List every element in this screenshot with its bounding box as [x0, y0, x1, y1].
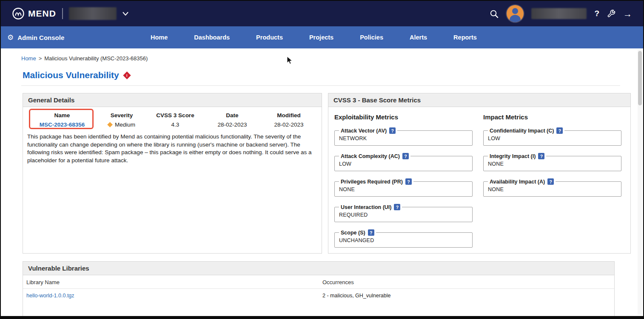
nav-item-reports[interactable]: Reports: [453, 34, 477, 41]
page-title: Malicious Vulnerability: [23, 70, 119, 80]
nav-item-dashboards[interactable]: Dashboards: [194, 34, 230, 41]
general-details-panel: General Details Name MSC-2023-68356 Seve…: [23, 93, 322, 254]
main-nav: ⚙ Admin Console Home Dashboards Products…: [1, 26, 643, 48]
gd-header-modified: Modified: [259, 112, 318, 119]
metric-label: Integrity Impact (I): [490, 153, 536, 159]
avatar-head: [512, 8, 518, 14]
impact-metrics-column: Impact Metrics Confidentiality Impact (C…: [483, 112, 624, 255]
nav-item-home[interactable]: Home: [151, 34, 168, 41]
breadcrumb-home-link[interactable]: Home: [21, 55, 36, 62]
general-details-table: Name MSC-2023-68356 Severity Medium CVSS…: [23, 107, 322, 130]
metric-label: Scope (S): [341, 230, 365, 236]
window-bottom-border: [1, 316, 643, 318]
help-icon[interactable]: ?: [402, 153, 409, 159]
vulnerable-libraries-header: Vulnerable Libraries: [23, 262, 614, 275]
panels-row: General Details Name MSC-2023-68356 Seve…: [23, 93, 615, 254]
vulnerability-description: This package has been identified by Mend…: [23, 130, 322, 165]
title-row: Malicious Vulnerability !: [23, 70, 643, 80]
topbar-right: ? →: [489, 5, 632, 22]
metric-scope: Scope (S)? UNCHANGED: [334, 229, 473, 248]
metric-integrity-impact: Integrity Impact (I)? NONE: [483, 153, 621, 171]
wrench-icon[interactable]: [607, 9, 616, 18]
cvss-metrics-panel: CVSS 3 - Base Score Metrics Exploitabili…: [328, 93, 631, 254]
search-icon[interactable]: [489, 9, 499, 19]
breadcrumb-current: Malicious Vulnerability (MSC-2023-68356): [44, 55, 148, 62]
chevron-down-icon[interactable]: [121, 9, 130, 18]
metric-value: REQUIRED: [339, 211, 468, 218]
library-link[interactable]: hello-world-1.0.0.tgz: [26, 293, 74, 299]
cvss3-score-value: 4.3: [145, 121, 205, 128]
metric-privileges-required: Privileges Required (PR)? NONE: [334, 178, 473, 197]
avatar[interactable]: [507, 5, 524, 22]
metric-label: Attack Complexity (AC): [341, 153, 400, 159]
gd-col-date: Date 28-02-2023: [205, 112, 259, 128]
help-icon[interactable]: ?: [405, 178, 412, 185]
username-redacted: [531, 8, 587, 19]
metric-user-interaction: User Interaction (UI)? REQUIRED: [334, 204, 473, 222]
metric-label: User Interaction (UI): [341, 204, 391, 210]
metric-value: UNCHANGED: [339, 236, 468, 243]
impact-metrics-title: Impact Metrics: [483, 113, 624, 121]
help-icon[interactable]: ?: [394, 204, 400, 210]
topbar-left: MEND: [12, 7, 130, 20]
logout-icon[interactable]: →: [623, 9, 632, 18]
metric-value: LOW: [339, 160, 468, 167]
avatar-body: [510, 15, 521, 22]
main-content: Home>Malicious Vulnerability (MSC-2023-6…: [1, 55, 643, 319]
severity-medium-icon: [107, 122, 113, 127]
topbar-divider: [62, 8, 63, 19]
modified-value: 28-02-2023: [259, 121, 318, 128]
breadcrumb: Home>Malicious Vulnerability (MSC-2023-6…: [21, 55, 643, 62]
help-icon[interactable]: ?: [547, 178, 554, 185]
metric-attack-complexity: Attack Complexity (AC)? LOW: [334, 153, 473, 171]
metric-value: NETWORK: [339, 134, 468, 141]
help-icon[interactable]: ?: [556, 127, 563, 134]
help-icon[interactable]: ?: [389, 127, 396, 134]
metric-value: NONE: [488, 185, 617, 192]
exploitability-metrics-title: Exploitability Metrics: [334, 113, 476, 121]
metric-value: NONE: [339, 185, 468, 192]
metric-label: Confidentiality Impact (C): [490, 128, 554, 134]
vl-col-occurrences: Occurrences: [322, 279, 614, 285]
alert-glyph: !: [126, 73, 128, 77]
metric-confidentiality-impact: Confidentiality Impact (C)? LOW: [483, 127, 621, 146]
general-details-header: General Details: [23, 93, 322, 107]
gd-header-severity: Severity: [98, 112, 145, 119]
nav-item-products[interactable]: Products: [256, 34, 283, 41]
severity-value: Medium: [98, 121, 145, 128]
mend-logo[interactable]: MEND: [12, 7, 56, 20]
gear-icon: ⚙: [7, 33, 14, 42]
metric-attack-vector: Attack Vector (AV)? NETWORK: [334, 127, 473, 146]
gd-col-score: CVSS 3 Score 4.3: [145, 112, 205, 128]
metric-value: NONE: [488, 160, 617, 167]
gd-header-score: CVSS 3 Score: [145, 112, 205, 119]
vl-col-library-name: Library Name: [23, 279, 322, 285]
org-selector-redacted[interactable]: [69, 7, 117, 20]
gd-header-name: Name: [26, 112, 98, 119]
help-icon[interactable]: ?: [368, 229, 374, 236]
vulnerability-id-link[interactable]: MSC-2023-68356: [26, 121, 98, 128]
mend-app-window: MEND ? → ⚙: [0, 0, 644, 319]
occurrences-value: 2 - malicious, GH_vulnerable: [322, 293, 614, 299]
gd-header-date: Date: [205, 112, 259, 119]
nav-menu: Home Dashboards Products Projects Polici…: [151, 34, 477, 41]
breadcrumb-separator: >: [39, 55, 42, 62]
nav-item-projects[interactable]: Projects: [309, 34, 333, 41]
help-icon[interactable]: ?: [538, 153, 544, 159]
nav-item-policies[interactable]: Policies: [360, 34, 383, 41]
scrollbar-thumb[interactable]: [638, 51, 642, 105]
date-value: 28-02-2023: [205, 121, 259, 128]
cvss-metrics-header: CVSS 3 - Base Score Metrics: [328, 93, 630, 107]
help-icon[interactable]: ?: [594, 9, 599, 18]
metric-label: Attack Vector (AV): [341, 128, 387, 134]
exploitability-metrics-column: Exploitability Metrics Attack Vector (AV…: [334, 112, 476, 255]
gd-col-modified: Modified 28-02-2023: [259, 112, 318, 128]
admin-console-link[interactable]: ⚙ Admin Console: [1, 33, 64, 42]
table-row: hello-world-1.0.0.tgz 2 - malicious, GH_…: [23, 289, 614, 302]
vulnerable-libraries-panel: Vulnerable Libraries Library Name Occurr…: [23, 261, 615, 319]
metric-label: Privileges Required (PR): [341, 179, 403, 185]
nav-item-alerts[interactable]: Alerts: [410, 34, 427, 41]
gd-col-name: Name MSC-2023-68356: [26, 112, 98, 128]
cvss-body: Exploitability Metrics Attack Vector (AV…: [328, 107, 630, 260]
gd-col-severity: Severity Medium: [98, 112, 145, 128]
